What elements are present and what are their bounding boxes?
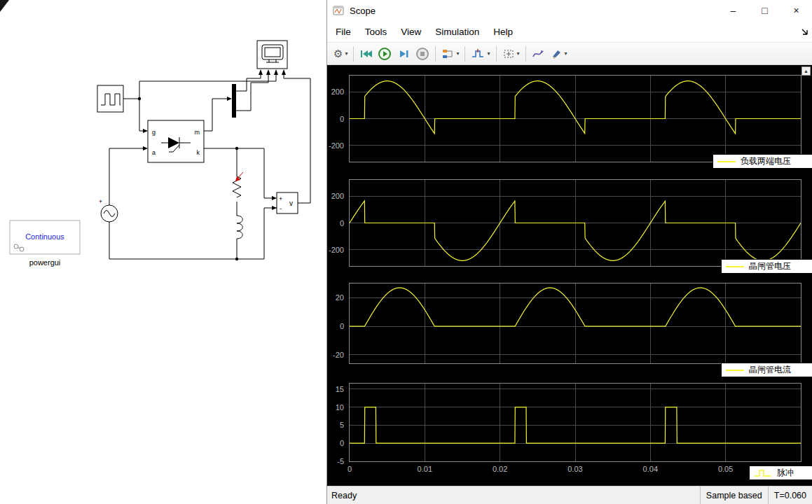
legend-line-sample [726,370,744,371]
scale-axes-icon [502,48,515,60]
legend-label: 晶闸管电压 [749,260,791,272]
rewind-button[interactable] [357,45,375,63]
legend-gate-pulse[interactable]: 脉冲 [749,465,812,480]
style-brush-icon [550,48,563,60]
simulation-pacing-button[interactable] [529,45,547,63]
signal-wires[interactable] [109,75,310,259]
chevron-down-icon: ▾ [517,50,520,57]
statusbar: Ready Sample based T=0.060 [327,486,812,504]
trigger-button[interactable]: ▾ [468,45,493,63]
signal-selector-icon [441,48,454,60]
axes[interactable] [349,179,801,267]
toolbar-separator [465,46,465,62]
legend-thyristor-voltage[interactable]: 晶闸管电压 [721,259,812,274]
port-label-k: k [197,149,200,156]
stop-button[interactable] [413,45,432,63]
scroll-up-button[interactable]: ▲ [801,66,811,76]
powergui-name-label: powergui [29,258,61,267]
canvas-corner-artifact [0,0,9,12]
signal-selector-button[interactable]: ▾ [439,45,462,63]
chevron-down-icon: ▾ [456,50,459,57]
scope-window: Scope – □ × File Tools View Simulation H… [326,0,812,504]
vmeter-plus-label: + [279,195,282,202]
rewind-icon [359,48,372,60]
ac-voltage-source-block[interactable]: + [99,198,118,222]
menu-view[interactable]: View [394,27,428,37]
scope-screen-icon [262,45,283,62]
minimize-button[interactable]: – [717,0,749,21]
demux-block[interactable] [232,84,236,118]
chevron-down-icon: ▾ [345,50,347,57]
menu-simulation[interactable]: Simulation [428,27,486,37]
y-tick-labels: -2000200 [327,179,347,267]
chevron-down-icon: ▾ [565,50,567,57]
status-sim-time: T=0.060 [768,486,812,504]
status-cells: Sample based T=0.060 [700,486,812,504]
dock-arrow-icon[interactable] [801,27,809,36]
scope-plot-thyristor-current: -20020 [327,283,812,364]
scope-window-icon [333,5,344,16]
toolbar-separator [496,46,497,62]
legend-label: 负载两端电压 [741,155,791,167]
window-title: Scope [350,6,376,16]
y-tick-labels: -5051015 [327,383,347,462]
scope-plot-area: -2000200 -2000200 -20020 -5051015 00.010… [327,65,812,486]
toolbar-separator [525,46,526,62]
status-sample-mode: Sample based [700,486,768,504]
source-plus-label: + [99,198,102,205]
legend-label: 脉冲 [777,467,794,479]
axes[interactable] [349,283,801,364]
scope-block[interactable] [257,41,287,69]
inductor-icon [237,216,242,239]
simulink-model-canvas: g m a k + [0,0,326,504]
menu-tools[interactable]: Tools [358,27,394,37]
menu-help[interactable]: Help [486,27,520,37]
step-forward-icon [397,48,410,60]
scale-axes-button[interactable]: ▾ [500,45,523,63]
close-button[interactable]: × [780,0,812,21]
menu-file[interactable]: File [329,27,358,37]
legend-load-voltage[interactable]: 负载两端电压 [713,154,812,169]
toolbar-separator [353,46,354,62]
step-forward-button[interactable] [394,45,413,63]
axes[interactable] [349,383,801,462]
legend-label: 晶闸管电流 [749,364,791,376]
run-icon [378,47,392,61]
thyristor-block[interactable]: g m a k [148,120,204,162]
legend-line-sample [726,266,744,267]
legend-thyristor-current[interactable]: 晶闸管电流 [721,363,812,377]
maximize-button[interactable]: □ [749,0,780,21]
chevron-down-icon: ▾ [487,50,490,57]
powergui-mode-label: Continuous [25,232,64,241]
stop-icon [415,47,429,61]
settings-gear-icon: ⚙ [333,48,343,59]
port-label-g: g [152,129,156,136]
toolbar: ⚙▾ [327,42,812,65]
port-label-m: m [195,129,200,136]
resistor-icon [233,172,241,197]
legend-line-sample [717,161,736,162]
series-rlc-branch-block[interactable] [233,172,242,239]
scope-plot-thyristor-voltage: -2000200 [327,179,812,267]
pulse-legend-icon [754,468,772,478]
trigger-icon [471,48,485,60]
run-button[interactable] [375,45,394,63]
y-tick-labels: -20020 [327,283,347,364]
scope-plot-gate-pulse: -5051015 [327,383,812,462]
pulse-generator-block[interactable] [97,85,123,112]
toolbar-separator [435,46,436,62]
desktop: g m a k + [0,0,812,504]
voltage-measurement-block[interactable]: + - v [277,192,298,214]
port-label-a: a [152,149,156,156]
menubar: File Tools View Simulation Help [327,21,812,42]
settings-button[interactable]: ⚙▾ [331,45,350,63]
powergui-block[interactable]: Continuous powergui [10,220,80,267]
titlebar: Scope – □ × [327,0,812,21]
style-button[interactable]: ▾ [547,45,570,63]
simulation-pacing-icon [532,48,544,60]
axes[interactable] [349,75,801,162]
status-text: Ready [327,491,357,500]
scope-plot-load-voltage: -2000200 [327,75,812,162]
x-tick-labels: 00.010.020.030.040.05 [349,465,801,475]
window-controls: – □ × [717,0,812,21]
